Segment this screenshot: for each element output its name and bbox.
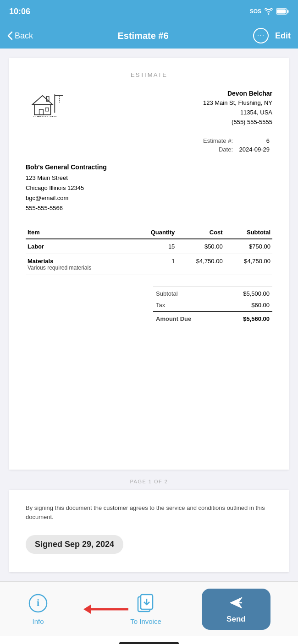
doc-page-2: By signing this document the customer ag… [9, 490, 289, 572]
estimate-number-row: Estimate #: 6 [200, 136, 272, 145]
status-icons: SOS [250, 8, 289, 15]
back-label: Back [15, 31, 33, 41]
tax-value: $60.00 [220, 299, 272, 311]
subtotal-label: Subtotal [153, 286, 220, 299]
signed-badge: Signed Sep 29, 2024 [26, 535, 123, 554]
terms-text: By signing this document the customer ag… [26, 503, 272, 521]
col-cost: Cost [177, 226, 224, 239]
amount-due-value: $5,560.00 [220, 311, 272, 325]
amount-due-label: Amount Due [153, 311, 220, 325]
client-address2: Chicago Illinois 12345 [26, 183, 272, 193]
svg-marker-4 [32, 95, 52, 104]
company-info-right: Devon Belchar 123 Main St, Flushing, NY … [203, 88, 272, 127]
item-name-cell: Materials Various required materials [26, 254, 132, 275]
send-icon [228, 595, 244, 611]
nav-title: Estimate #6 [117, 31, 168, 41]
info-tab-label: Info [33, 617, 44, 625]
info-icon-wrap: i [28, 593, 49, 614]
item-quantity: 15 [132, 239, 177, 254]
client-email: bgc@email.com [26, 193, 272, 203]
client-name: Bob's General Contracting [26, 162, 272, 173]
info-icon: i [28, 594, 48, 613]
to-invoice-tab-label: To Invoice [130, 617, 161, 625]
svg-marker-15 [83, 605, 91, 614]
doc-header: CONSTRUCTION Devon Belchar 123 Main St, … [26, 88, 272, 127]
col-subtotal: Subtotal [225, 226, 272, 239]
recipient-phone: (555) 555-5555 [203, 118, 272, 127]
col-item: Item [26, 226, 132, 239]
recipient-address1: 123 Main St, Flushing, NY [203, 98, 272, 108]
to-invoice-tab[interactable]: To Invoice [130, 593, 161, 625]
client-address1: 123 Main Street [26, 173, 272, 183]
send-button-label: Send [226, 615, 246, 624]
nav-right-actions: ··· Edit [253, 28, 291, 43]
chevron-left-icon [7, 31, 13, 40]
nav-bar: Back Estimate #6 ··· Edit [0, 23, 298, 49]
doc-page-1: ESTIMATE [9, 58, 289, 470]
battery-icon [276, 8, 289, 15]
back-button[interactable]: Back [7, 31, 33, 41]
recipient-name: Devon Belchar [203, 88, 272, 98]
item-subtotal: $750.00 [225, 239, 272, 254]
svg-text:CONSTRUCTION: CONSTRUCTION [33, 114, 57, 117]
info-tab[interactable]: i Info [28, 593, 49, 625]
totals-section: Subtotal $5,500.00 Tax $60.00 Amount Due… [26, 286, 272, 325]
construction-logo-svg: CONSTRUCTION [30, 92, 67, 117]
estimate-meta: Estimate #: 6 Date: 2024-09-29 [26, 136, 272, 154]
tax-row: Tax $60.00 [153, 299, 272, 311]
items-table: Item Quantity Cost Subtotal Labor 15 $50… [26, 226, 272, 275]
client-info: Bob's General Contracting 123 Main Stree… [26, 162, 272, 213]
more-options-button[interactable]: ··· [253, 28, 269, 43]
home-bar [119, 642, 179, 644]
date-value: 2024-09-29 [236, 145, 272, 154]
svg-rect-6 [45, 108, 49, 111]
table-row: Labor 15 $50.00 $750.00 [26, 239, 272, 254]
company-logo: CONSTRUCTION [26, 88, 72, 120]
estimate-number-value: 6 [236, 136, 272, 145]
item-description: Various required materials [28, 265, 131, 271]
ellipsis-icon: ··· [257, 32, 265, 40]
subtotal-value: $5,500.00 [220, 286, 272, 299]
tax-label: Tax [153, 299, 220, 311]
to-invoice-icon-wrap [135, 593, 156, 614]
item-quantity: 1 [132, 254, 177, 275]
amount-due-row: Amount Due $5,560.00 [153, 311, 272, 325]
sos-label: SOS [250, 8, 261, 15]
subtotal-row: Subtotal $5,500.00 [153, 286, 272, 299]
arrow-indicator [83, 602, 133, 616]
to-invoice-icon [136, 593, 155, 613]
client-phone: 555-555-5566 [26, 203, 272, 213]
svg-rect-2 [277, 10, 286, 14]
status-time: 10:06 [9, 7, 30, 16]
recipient-address2: 11354, USA [203, 108, 272, 118]
document-area: ESTIMATE [0, 49, 298, 581]
table-row: Materials Various required materials 1 $… [26, 254, 272, 275]
estimate-meta-table: Estimate #: 6 Date: 2024-09-29 [200, 136, 272, 154]
svg-rect-1 [287, 10, 289, 13]
svg-rect-5 [39, 109, 44, 115]
item-name-cell: Labor [26, 239, 132, 254]
bottom-bar: i Info To Invoice [0, 581, 298, 636]
item-subtotal: $4,750.00 [225, 254, 272, 275]
home-indicator [0, 636, 298, 644]
wifi-icon [264, 8, 273, 15]
estimate-number-label: Estimate #: [200, 136, 236, 145]
date-label: Date: [200, 145, 236, 154]
estimate-date-row: Date: 2024-09-29 [200, 145, 272, 154]
arrow-svg [83, 602, 133, 616]
col-quantity: Quantity [132, 226, 177, 239]
page-indicator: PAGE 1 OF 2 [0, 470, 298, 489]
item-name: Materials [28, 258, 131, 265]
document-title-label: ESTIMATE [26, 71, 272, 78]
line-items-body: Labor 15 $50.00 $750.00 Materials Variou… [26, 239, 272, 275]
item-cost: $4,750.00 [177, 254, 224, 275]
item-cost: $50.00 [177, 239, 224, 254]
page-indicator-text: PAGE 1 OF 2 [130, 479, 168, 484]
edit-button[interactable]: Edit [275, 31, 291, 41]
send-button[interactable]: Send [202, 589, 270, 630]
svg-text:i: i [37, 597, 39, 608]
status-bar: 10:06 SOS [0, 0, 298, 23]
item-name: Labor [28, 243, 131, 250]
table-header: Item Quantity Cost Subtotal [26, 226, 272, 239]
totals-table: Subtotal $5,500.00 Tax $60.00 Amount Due… [153, 286, 272, 325]
